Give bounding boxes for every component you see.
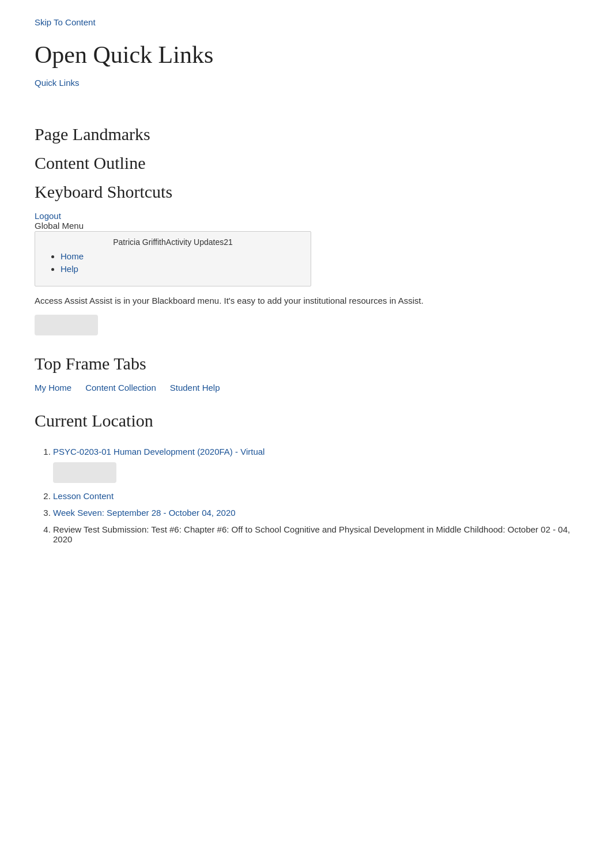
page-landmarks-heading: Page Landmarks bbox=[35, 124, 577, 144]
top-frame-tabs: My Home Content Collection Student Help bbox=[35, 383, 577, 393]
table-row: PSYC-0203-01 Human Development (2020FA) … bbox=[53, 447, 577, 483]
list-item: Help bbox=[61, 264, 301, 274]
assist-button-placeholder bbox=[35, 315, 98, 335]
current-location-heading: Current Location bbox=[35, 411, 577, 431]
table-row: Lesson Content bbox=[53, 491, 577, 501]
assist-text: Access Assist Assist is in your Blackboa… bbox=[35, 296, 577, 305]
course-image-placeholder bbox=[53, 462, 116, 483]
global-menu-list: Home Help bbox=[44, 251, 301, 274]
global-menu-box: Patricia GriffithActivity Updates21 Home… bbox=[35, 231, 311, 286]
global-menu-label: Global Menu bbox=[35, 221, 84, 231]
page-heading: Open Quick Links bbox=[35, 41, 577, 69]
logout-link[interactable]: Logout bbox=[35, 211, 577, 221]
breadcrumb-item-4: Review Test Submission: Test #6: Chapter… bbox=[53, 524, 570, 544]
tab-my-home[interactable]: My Home bbox=[35, 383, 71, 393]
keyboard-shortcuts-heading: Keyboard Shortcuts bbox=[35, 182, 577, 202]
content-outline-heading: Content Outline bbox=[35, 153, 577, 173]
table-row: Week Seven: September 28 - October 04, 2… bbox=[53, 508, 577, 518]
tab-content-collection[interactable]: Content Collection bbox=[85, 383, 156, 393]
top-frame-tabs-heading: Top Frame Tabs bbox=[35, 354, 577, 373]
user-info: Patricia GriffithActivity Updates21 bbox=[44, 237, 301, 247]
table-row: Review Test Submission: Test #6: Chapter… bbox=[53, 524, 577, 544]
tab-student-help[interactable]: Student Help bbox=[170, 383, 220, 393]
list-item: Home bbox=[61, 251, 301, 262]
breadcrumb-link-3[interactable]: Week Seven: September 28 - October 04, 2… bbox=[53, 508, 236, 518]
breadcrumb-list: PSYC-0203-01 Human Development (2020FA) … bbox=[35, 447, 577, 544]
help-menu-link[interactable]: Help bbox=[61, 264, 78, 274]
quick-links-link[interactable]: Quick Links bbox=[35, 78, 80, 88]
breadcrumb-link-2[interactable]: Lesson Content bbox=[53, 491, 114, 501]
skip-to-content-link[interactable]: Skip To Content bbox=[35, 17, 96, 27]
breadcrumb-link-1[interactable]: PSYC-0203-01 Human Development (2020FA) … bbox=[53, 447, 265, 456]
home-menu-link[interactable]: Home bbox=[61, 251, 84, 261]
